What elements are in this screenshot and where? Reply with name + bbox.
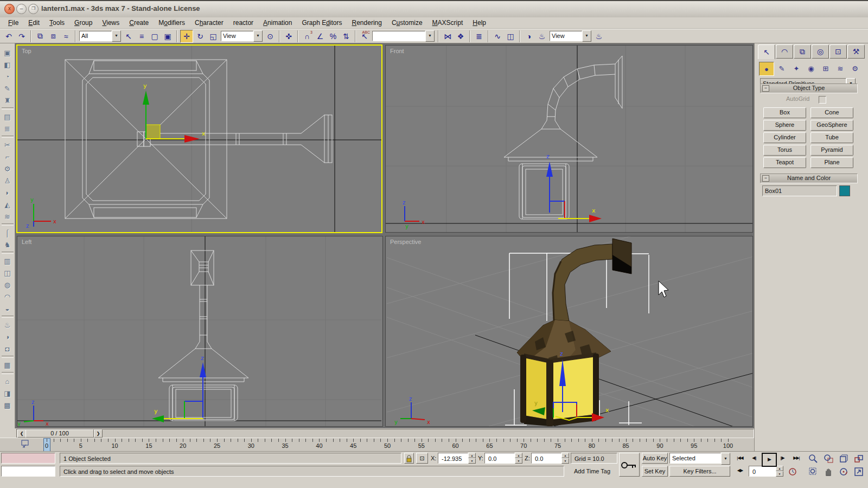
- tool-icon-26[interactable]: ⌂: [2, 376, 13, 387]
- window-crossing-icon[interactable]: ▣: [162, 30, 174, 42]
- chevron-down-icon[interactable]: ▼: [112, 30, 121, 42]
- set-key-button[interactable]: Set Key: [642, 466, 668, 477]
- tool-icon-10[interactable]: ⚙: [2, 163, 13, 174]
- play-button[interactable]: ▶: [762, 453, 777, 467]
- z-coordinate-field[interactable]: 0.0: [531, 453, 561, 464]
- redo-icon[interactable]: ↷: [16, 30, 28, 42]
- select-by-name-icon[interactable]: ≡: [136, 30, 148, 42]
- percent-snap-icon[interactable]: %: [327, 30, 339, 42]
- named-selection-sets-dropdown[interactable]: ▼: [372, 31, 435, 41]
- category-cameras[interactable]: ◉: [804, 62, 818, 75]
- set-key-mode-button[interactable]: [619, 453, 640, 477]
- category-lights[interactable]: ✦: [789, 62, 803, 75]
- render-scene-icon[interactable]: ♨: [536, 30, 548, 42]
- cylinder-button[interactable]: Cylinder: [763, 132, 806, 143]
- cone-button[interactable]: Cone: [810, 107, 853, 118]
- min-max-toggle-icon[interactable]: [852, 466, 866, 478]
- menu-graph-editors[interactable]: Graph Editors: [297, 18, 347, 28]
- open-mini-curve-editor-button[interactable]: [20, 439, 33, 450]
- tab-display[interactable]: ⊡: [829, 44, 847, 59]
- undo-icon[interactable]: ↶: [3, 30, 15, 42]
- current-frame-field[interactable]: 0: [749, 466, 776, 477]
- key-mode-toggle[interactable]: ◀▶: [733, 466, 746, 477]
- next-frame-button[interactable]: ||▶: [776, 453, 789, 465]
- menu-maxscript[interactable]: MAXScript: [427, 18, 468, 28]
- viewport-front[interactable]: Front: [385, 45, 753, 233]
- maximize-button[interactable]: ❒: [28, 4, 39, 14]
- selection-lock-button[interactable]: [404, 453, 414, 464]
- tool-icon-6[interactable]: ▤: [2, 111, 13, 122]
- tool-icon-23[interactable]: ◑: [2, 331, 13, 342]
- unlink-selection-icon[interactable]: ⧈: [47, 30, 59, 42]
- rectangular-selection-icon[interactable]: ▢: [149, 30, 161, 42]
- time-slider-track[interactable]: [16, 429, 754, 438]
- menu-modifiers[interactable]: Modifiers: [154, 18, 190, 28]
- object-color-swatch[interactable]: [839, 185, 850, 196]
- tab-modify[interactable]: ◠: [776, 44, 793, 59]
- layer-manager-icon[interactable]: ≣: [473, 30, 485, 42]
- y-coordinate-field[interactable]: 0.0: [484, 453, 515, 464]
- schematic-view-icon[interactable]: ◫: [505, 30, 516, 42]
- absolute-offset-toggle[interactable]: ⊡: [416, 453, 428, 464]
- object-type-rollout-header[interactable]: − Object Type: [760, 84, 858, 93]
- viewport-top[interactable]: Top: [16, 44, 382, 233]
- torus-button[interactable]: Torus: [763, 145, 806, 156]
- track-bar[interactable]: 0510152025303540455055606570758085909510…: [0, 438, 754, 452]
- go-to-start-button[interactable]: |◀◀: [733, 453, 746, 465]
- tab-hierarchy[interactable]: ⧉: [794, 44, 811, 59]
- menu-help[interactable]: Help: [468, 18, 491, 28]
- selection-filter-dropdown[interactable]: All▼: [79, 31, 121, 41]
- zoom-extents-icon[interactable]: [837, 453, 851, 465]
- key-filters-button[interactable]: Key Filters...: [669, 466, 730, 477]
- category-space-warps[interactable]: ≋: [833, 62, 847, 75]
- tool-icon-11[interactable]: ♙: [2, 175, 13, 186]
- x-spinner[interactable]: ▲▼: [468, 453, 476, 464]
- category-systems[interactable]: ⚙: [848, 62, 862, 75]
- reference-coordinate-dropdown[interactable]: View▼: [221, 31, 263, 41]
- x-coordinate-field[interactable]: -12.935: [438, 453, 468, 464]
- tool-icon-14[interactable]: ≋: [2, 211, 13, 222]
- material-editor-icon[interactable]: ◑: [523, 30, 535, 42]
- z-spinner[interactable]: ▲▼: [561, 453, 569, 464]
- select-object-icon[interactable]: ↖: [123, 30, 135, 42]
- render-type-dropdown[interactable]: View▼: [550, 31, 591, 41]
- tool-icon-12[interactable]: ◗: [2, 187, 13, 198]
- tool-icon-2[interactable]: ◧: [2, 59, 13, 70]
- tool-icon-9[interactable]: ⌐: [2, 151, 13, 162]
- pyramid-button[interactable]: Pyramid: [810, 145, 853, 156]
- menu-create[interactable]: Create: [124, 18, 154, 28]
- zoom-extents-all-icon[interactable]: [852, 453, 866, 465]
- angle-snap-icon[interactable]: ∠: [314, 30, 326, 42]
- select-and-manipulate-icon[interactable]: ✜: [283, 30, 295, 42]
- arc-rotate-icon[interactable]: [837, 466, 851, 478]
- category-geometry[interactable]: ●: [759, 62, 774, 76]
- viewport-perspective[interactable]: Perspective: [385, 236, 753, 427]
- viewport-left[interactable]: Left: [17, 236, 383, 427]
- menu-views[interactable]: Views: [97, 18, 124, 28]
- quick-render-icon[interactable]: ♨: [593, 30, 605, 42]
- edit-named-selections-icon[interactable]: ↖ABC: [359, 30, 371, 42]
- menu-reactor[interactable]: reactor: [228, 18, 258, 28]
- menu-file[interactable]: File: [3, 18, 23, 28]
- region-zoom-icon[interactable]: [806, 466, 820, 478]
- add-time-tag[interactable]: Add Time Tag: [571, 466, 617, 477]
- tab-utilities[interactable]: ⚒: [847, 44, 865, 59]
- category-shapes[interactable]: ✎: [775, 62, 789, 75]
- tool-icon-20[interactable]: ◠: [2, 291, 13, 302]
- select-and-move-icon[interactable]: ✛: [180, 30, 193, 43]
- tool-icon-16[interactable]: ♞: [2, 239, 13, 250]
- chevron-down-icon[interactable]: ▼: [425, 30, 435, 42]
- pan-hand-icon[interactable]: [821, 466, 835, 478]
- name-color-rollout-header[interactable]: − Name and Color: [760, 174, 858, 183]
- curve-editor-icon[interactable]: ∿: [492, 30, 503, 42]
- tool-icon-21[interactable]: ◒: [2, 303, 13, 314]
- tool-icon-4[interactable]: ✎: [2, 83, 13, 94]
- track-bar-ruler[interactable]: 0510152025303540455055606570758085909510…: [38, 438, 754, 452]
- tool-icon-24[interactable]: ◘: [2, 343, 13, 354]
- menu-customize[interactable]: Customize: [387, 18, 427, 28]
- tool-icon-27[interactable]: ◨: [2, 388, 13, 399]
- select-and-link-icon[interactable]: ⧉: [34, 30, 46, 42]
- tool-icon-28[interactable]: ▩: [2, 400, 13, 410]
- menu-group[interactable]: Group: [69, 18, 97, 28]
- menu-rendering[interactable]: Rendering: [347, 18, 387, 28]
